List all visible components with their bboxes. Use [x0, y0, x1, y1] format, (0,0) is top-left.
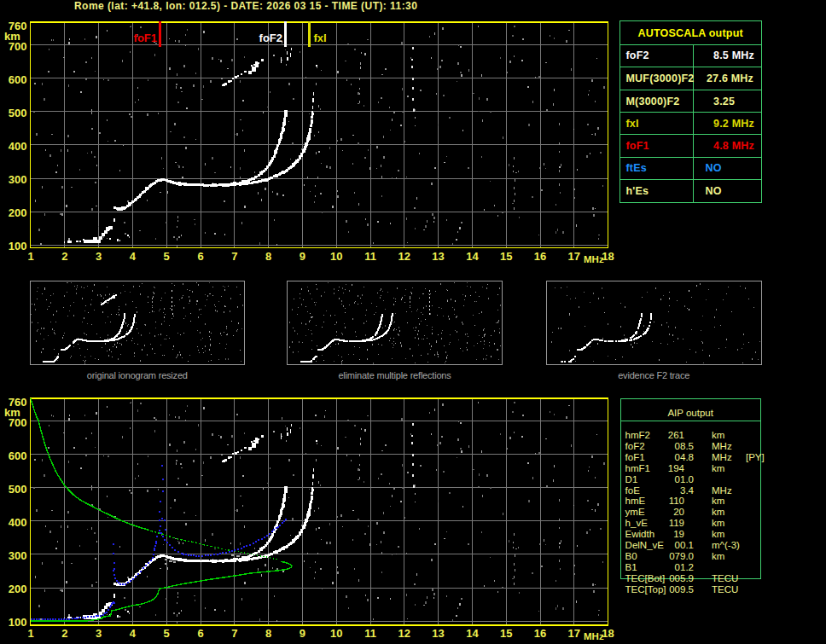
svg-text:evidence F2 trace: evidence F2 trace [618, 370, 689, 380]
svg-text:ymE: ymE [625, 507, 645, 517]
svg-text:TEC[Top]: TEC[Top] [625, 584, 666, 595]
svg-text:MHz: MHz [584, 631, 604, 641]
svg-text:400: 400 [9, 140, 27, 153]
svg-text:TEC[Bot]: TEC[Bot] [625, 573, 666, 583]
svg-text:hmF1: hmF1 [625, 463, 650, 473]
svg-text:005.9: 005.9 [669, 573, 694, 583]
svg-text:500: 500 [9, 107, 27, 119]
svg-text:12: 12 [398, 627, 410, 640]
svg-text:01.2: 01.2 [675, 562, 694, 572]
svg-text:16: 16 [534, 250, 546, 263]
svg-text:100: 100 [9, 240, 27, 252]
svg-text:7: 7 [231, 627, 237, 640]
svg-text:11: 11 [364, 250, 376, 263]
svg-text:12: 12 [398, 250, 410, 263]
svg-text:3.25: 3.25 [713, 96, 735, 107]
svg-text:TECU: TECU [712, 573, 738, 583]
svg-text:km: km [712, 463, 724, 473]
svg-text:MHz: MHz [712, 452, 732, 462]
svg-text:14: 14 [466, 627, 479, 640]
svg-text:MHz: MHz [712, 485, 732, 496]
svg-text:500: 500 [9, 483, 27, 496]
svg-text:5: 5 [164, 627, 170, 640]
svg-text:100: 100 [9, 616, 27, 629]
svg-text:eliminate multiple reflections: eliminate multiple reflections [338, 370, 451, 380]
svg-text:km: km [4, 30, 20, 43]
svg-text:MHz: MHz [712, 441, 732, 451]
svg-text:MUF(3000)F2: MUF(3000)F2 [626, 73, 695, 84]
svg-text:194: 194 [668, 463, 685, 473]
svg-text:km: km [712, 430, 724, 440]
svg-text:8: 8 [265, 627, 271, 640]
svg-text:009.5: 009.5 [669, 584, 694, 595]
svg-text:[PY]: [PY] [746, 452, 765, 462]
svg-text:foF2: foF2 [625, 441, 645, 451]
svg-text:fxI: fxI [314, 32, 327, 44]
svg-text:300: 300 [9, 549, 27, 562]
svg-text:foE: foE [625, 485, 641, 496]
svg-text:16: 16 [534, 627, 546, 640]
svg-text:261: 261 [668, 430, 684, 440]
svg-text:9: 9 [300, 250, 305, 263]
svg-text:119: 119 [669, 518, 684, 528]
svg-text:600: 600 [9, 73, 27, 86]
svg-text:2: 2 [61, 627, 67, 640]
svg-text:km: km [712, 518, 724, 528]
svg-text:13: 13 [432, 250, 444, 263]
svg-text:TECU: TECU [712, 584, 738, 595]
svg-text:10: 10 [330, 627, 342, 640]
svg-text:15: 15 [500, 627, 512, 640]
svg-text:10: 10 [330, 250, 342, 263]
svg-text:m^(-3): m^(-3) [712, 540, 740, 550]
svg-text:6: 6 [197, 627, 203, 640]
svg-text:3: 3 [96, 250, 102, 263]
svg-text:3.4: 3.4 [680, 485, 695, 496]
svg-text:17: 17 [568, 627, 580, 640]
svg-text:079.0: 079.0 [669, 551, 694, 561]
svg-text:8: 8 [265, 250, 271, 263]
svg-text:DelN_vE: DelN_vE [625, 540, 665, 550]
svg-text:original ionogram resized: original ionogram resized [87, 370, 188, 380]
svg-text:2: 2 [61, 250, 67, 263]
svg-text:foF2: foF2 [259, 32, 282, 44]
svg-text:hmF2: hmF2 [625, 430, 650, 440]
svg-text:6: 6 [197, 250, 203, 263]
svg-text:08.5: 08.5 [675, 441, 694, 451]
svg-text:Rome (lat: +41.8, lon: 012.5): Rome (lat: +41.8, lon: 012.5) - DATE: 20… [74, 0, 417, 12]
svg-text:km: km [712, 551, 724, 561]
svg-text:NO: NO [706, 162, 722, 174]
svg-text:04.8: 04.8 [675, 452, 694, 462]
svg-text:hmE: hmE [625, 496, 646, 506]
svg-text:4.8 MHz: 4.8 MHz [713, 140, 754, 152]
svg-text:MHz: MHz [584, 254, 604, 264]
svg-text:7: 7 [231, 250, 237, 263]
svg-text:3: 3 [96, 627, 102, 640]
svg-text:15: 15 [500, 250, 512, 263]
svg-text:km: km [712, 529, 724, 539]
svg-text:14: 14 [466, 250, 479, 263]
svg-text:5: 5 [164, 250, 170, 263]
svg-text:NO: NO [706, 185, 722, 197]
svg-text:4: 4 [130, 627, 137, 640]
svg-text:M(3000)F2: M(3000)F2 [626, 96, 680, 107]
svg-text:AUTOSCALA output: AUTOSCALA output [638, 27, 744, 39]
svg-text:13: 13 [432, 627, 444, 640]
svg-text:foF1: foF1 [625, 452, 645, 462]
svg-text:27.6 MHz: 27.6 MHz [707, 73, 753, 84]
svg-text:km: km [712, 496, 724, 506]
svg-text:km: km [4, 406, 20, 419]
svg-text:01.0: 01.0 [675, 474, 694, 484]
svg-text:B0: B0 [625, 551, 637, 561]
svg-text:20: 20 [673, 507, 684, 517]
svg-text:11: 11 [364, 627, 376, 640]
svg-text:400: 400 [9, 516, 27, 529]
svg-text:200: 200 [9, 583, 27, 595]
svg-text:300: 300 [9, 173, 27, 186]
svg-text:1: 1 [27, 250, 33, 263]
svg-text:9: 9 [300, 627, 305, 640]
svg-text:D1: D1 [625, 474, 638, 484]
svg-text:600: 600 [9, 450, 27, 462]
svg-text:Ewidth: Ewidth [625, 529, 655, 539]
svg-text:foF2: foF2 [626, 49, 649, 61]
svg-text:17: 17 [568, 250, 580, 263]
